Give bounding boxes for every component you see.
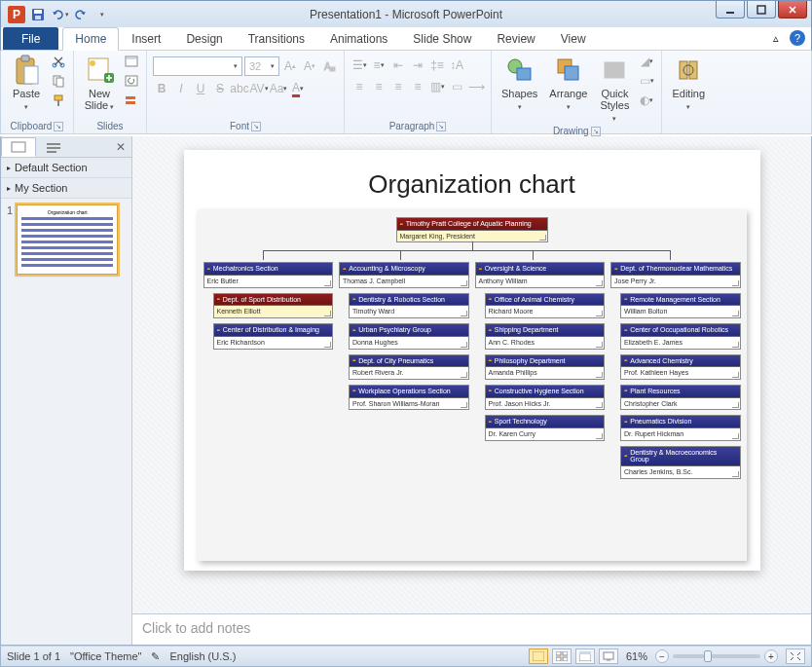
clear-format-button[interactable]: A — [320, 57, 338, 75]
org-box[interactable]: Oversight & ScienceAnthony William — [475, 262, 606, 287]
new-slide-button[interactable]: New Slide ▾ — [80, 53, 119, 113]
quick-styles-button[interactable]: Quick Styles▾ — [595, 53, 634, 125]
justify-button[interactable]: ≡ — [409, 78, 426, 95]
reading-view-button[interactable] — [575, 648, 595, 664]
ribbon-minimize-icon[interactable]: ▵ — [768, 30, 784, 46]
org-box[interactable]: Remote Management SectionWilliam Bolton — [620, 293, 741, 318]
org-root-box[interactable]: Timothy Pratt College of Aquatic Plannin… — [396, 217, 548, 242]
zoom-slider[interactable] — [673, 654, 760, 658]
tab-view[interactable]: View — [548, 27, 599, 50]
tab-file[interactable]: File — [3, 27, 58, 50]
section-button[interactable] — [123, 92, 140, 109]
editing-button[interactable]: Editing▾ — [668, 53, 709, 113]
org-box[interactable]: Accounting & MicroscopyThomas J. Campbel… — [339, 262, 469, 287]
qat-customize[interactable]: ▾ — [92, 5, 112, 24]
numbering-button[interactable]: ≡▾ — [370, 56, 388, 74]
org-box[interactable]: Philosophy DepartmentAmanda Phillips — [485, 354, 606, 380]
shadow-button[interactable]: abc — [231, 80, 248, 97]
org-box[interactable]: Sport TechnologyDr. Karen Curry — [485, 415, 606, 440]
save-button[interactable] — [28, 5, 48, 24]
sorter-view-button[interactable] — [552, 648, 572, 664]
tab-transitions[interactable]: Transitions — [236, 27, 317, 50]
arrange-button[interactable]: Arrange▾ — [545, 53, 591, 113]
org-box[interactable]: Office of Animal ChemistryRichard Moore — [485, 293, 606, 318]
zoom-in-button[interactable]: + — [764, 649, 778, 663]
org-box[interactable]: Constructive Hygiene SectionProf. Jason … — [485, 385, 606, 410]
slide-thumbnail[interactable]: Organization chart — [17, 204, 118, 275]
section-default[interactable]: ▸Default Section — [1, 158, 131, 178]
drawing-launcher[interactable]: ↘ — [591, 127, 601, 136]
align-left-button[interactable]: ≡ — [351, 78, 368, 95]
align-text-button[interactable]: ▭ — [448, 78, 465, 95]
help-icon[interactable]: ? — [790, 30, 805, 46]
fit-window-button[interactable] — [786, 648, 805, 664]
shape-fill-button[interactable]: ◢▾ — [638, 53, 655, 70]
underline-button[interactable]: U — [192, 80, 209, 97]
bullets-button[interactable]: ☰▾ — [351, 56, 368, 74]
align-center-button[interactable]: ≡ — [370, 78, 388, 95]
line-spacing-button[interactable]: ‡≡ — [428, 56, 446, 74]
columns-button[interactable]: ▥▾ — [428, 78, 446, 95]
font-size-combo[interactable]: 32▾ — [244, 56, 279, 76]
char-spacing-button[interactable]: AV▾ — [250, 80, 268, 97]
outline-tab[interactable] — [36, 137, 71, 157]
org-box[interactable]: Pneumatics DivisionDr. Rupert Hickman — [620, 415, 741, 440]
org-box[interactable]: Dept. of Thermonuclear MathematicsJose P… — [610, 262, 741, 287]
format-painter-button[interactable] — [50, 92, 67, 109]
org-box[interactable]: Center of Distribution & ImagingEric Ric… — [213, 323, 334, 349]
org-chart[interactable]: Timothy Pratt College of Aquatic Plannin… — [198, 209, 747, 561]
org-box[interactable]: Dept. of City PneumaticsRobert Rivera Jr… — [349, 354, 469, 380]
shape-effects-button[interactable]: ◐▾ — [638, 92, 655, 109]
org-box[interactable]: Mechatronics SectionEric Butler — [203, 262, 334, 287]
shapes-button[interactable]: Shapes▾ — [498, 53, 541, 113]
paragraph-launcher[interactable]: ↘ — [436, 122, 446, 131]
org-box[interactable]: Workplace Operations SectionProf. Sharon… — [349, 385, 469, 410]
org-box[interactable]: Dentistry & Robotics SectionTimothy Ward — [349, 293, 469, 318]
align-right-button[interactable]: ≡ — [389, 78, 407, 95]
zoom-level[interactable]: 61% — [626, 650, 647, 662]
tab-home[interactable]: Home — [62, 27, 119, 51]
indent-button[interactable]: ⇥ — [409, 56, 426, 74]
maximize-button[interactable] — [747, 1, 776, 19]
app-icon[interactable]: P — [7, 5, 26, 24]
tab-slideshow[interactable]: Slide Show — [400, 27, 484, 50]
clipboard-launcher[interactable]: ↘ — [54, 122, 63, 131]
change-case-button[interactable]: Aa▾ — [270, 80, 287, 97]
reset-button[interactable] — [123, 72, 140, 90]
slide[interactable]: Organization chart Timothy Pratt College… — [184, 150, 760, 571]
slides-tab[interactable] — [1, 137, 36, 157]
org-box[interactable]: Shipping DepartmentAnn C. Rhodes — [485, 323, 606, 349]
font-name-combo[interactable]: ▾ — [153, 56, 242, 76]
shrink-font-button[interactable]: A▾ — [301, 57, 318, 75]
tab-animations[interactable]: Animations — [317, 27, 400, 50]
minimize-button[interactable] — [716, 1, 745, 19]
spellcheck-icon[interactable]: ✎ — [151, 650, 160, 663]
tab-design[interactable]: Design — [173, 27, 235, 50]
org-box[interactable]: Dept. of Sport DistributionKenneth Ellio… — [213, 293, 334, 318]
font-launcher[interactable]: ↘ — [251, 122, 261, 131]
close-button[interactable] — [778, 1, 807, 19]
panel-close-icon[interactable]: ✕ — [110, 140, 131, 154]
zoom-out-button[interactable]: − — [655, 649, 669, 663]
slideshow-view-button[interactable] — [599, 648, 618, 664]
notes-pane[interactable]: Click to add notes — [132, 613, 811, 645]
outdent-button[interactable]: ⇤ — [389, 56, 407, 74]
slide-title[interactable]: Organization chart — [198, 169, 747, 200]
smartart-button[interactable]: ⟶ — [467, 78, 485, 95]
shape-outline-button[interactable]: ▭▾ — [638, 72, 655, 90]
status-lang[interactable]: English (U.S.) — [169, 650, 236, 662]
paste-button[interactable]: Paste▾ — [7, 53, 46, 113]
grow-font-button[interactable]: A▴ — [281, 57, 299, 75]
font-color-button[interactable]: A▾ — [289, 80, 307, 97]
org-box[interactable]: Advanced ChemistryProf. Kathleen Hayes — [620, 354, 741, 380]
section-my[interactable]: ▸My Section — [1, 178, 131, 199]
tab-review[interactable]: Review — [484, 27, 547, 50]
strike-button[interactable]: S — [211, 80, 229, 97]
org-box[interactable]: Center of Occupational RoboticsElizabeth… — [620, 323, 741, 349]
italic-button[interactable]: I — [172, 80, 190, 97]
copy-button[interactable] — [50, 72, 67, 90]
org-box[interactable]: Plant ResourcesChristopher Clark — [620, 385, 741, 410]
org-box[interactable]: Dentistry & Macroeconomics GroupCharles … — [620, 446, 741, 479]
text-direction-button[interactable]: ↕A — [448, 56, 465, 74]
undo-button[interactable]: ▾ — [50, 5, 69, 24]
